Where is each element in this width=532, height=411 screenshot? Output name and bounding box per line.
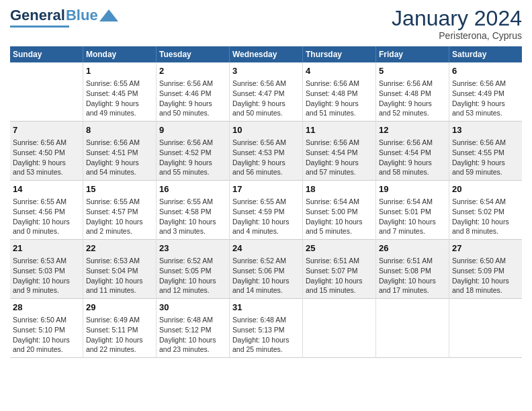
day-cell: 12Sunrise: 6:56 AMSunset: 4:54 PMDayligh… [376, 122, 449, 181]
day-info: Sunrise: 6:50 AM [452, 256, 519, 266]
col-tuesday: Tuesday [156, 46, 229, 62]
day-info: Sunrise: 6:48 AM [159, 315, 226, 325]
day-info: Daylight: 9 hours [86, 158, 153, 168]
day-info: Daylight: 10 hours [13, 217, 80, 227]
day-cell: 27Sunrise: 6:50 AMSunset: 5:09 PMDayligh… [449, 240, 522, 299]
day-info: Daylight: 9 hours [452, 99, 519, 109]
day-info: Sunset: 4:51 PM [86, 148, 153, 158]
day-info: Sunset: 4:45 PM [86, 89, 153, 99]
day-info: Sunrise: 6:56 AM [379, 138, 446, 148]
day-cell: 22Sunrise: 6:53 AMSunset: 5:04 PMDayligh… [83, 240, 156, 299]
logo-icon [99, 9, 118, 21]
day-info: Daylight: 9 hours [159, 99, 226, 109]
day-info: Sunset: 4:54 PM [306, 148, 373, 158]
day-info: Sunrise: 6:56 AM [232, 79, 300, 89]
day-cell: 11Sunrise: 6:56 AMSunset: 4:54 PMDayligh… [302, 122, 375, 181]
day-info: Daylight: 10 hours [379, 276, 446, 286]
day-info: Sunset: 4:57 PM [86, 207, 153, 217]
day-number: 21 [13, 242, 80, 255]
day-number: 5 [379, 65, 446, 77]
day-info: Sunset: 5:12 PM [159, 325, 226, 335]
day-info: and 55 minutes. [159, 167, 226, 177]
day-info: Sunrise: 6:55 AM [13, 197, 80, 207]
day-info: Sunset: 5:01 PM [379, 207, 446, 217]
day-info: Sunset: 5:08 PM [379, 266, 446, 276]
day-cell: 18Sunrise: 6:54 AMSunset: 5:00 PMDayligh… [302, 181, 375, 240]
day-number: 16 [159, 183, 226, 195]
day-cell: 13Sunrise: 6:56 AMSunset: 4:55 PMDayligh… [449, 122, 522, 181]
day-info: Daylight: 10 hours [86, 276, 153, 286]
day-info: Sunset: 4:48 PM [379, 89, 446, 99]
logo-blue: Blue [66, 7, 98, 24]
day-info: Sunset: 5:00 PM [306, 207, 373, 217]
day-info: Sunrise: 6:56 AM [86, 138, 153, 148]
day-info: and 8 minutes. [452, 226, 519, 236]
day-info: and 23 minutes. [159, 345, 226, 355]
day-info: Sunset: 4:48 PM [306, 89, 373, 99]
day-info: Daylight: 10 hours [306, 276, 373, 286]
day-info: Daylight: 9 hours [86, 99, 153, 109]
day-info: and 58 minutes. [379, 167, 446, 177]
header-row: Sunday Monday Tuesday Wednesday Thursday… [10, 46, 522, 62]
day-cell: 8Sunrise: 6:56 AMSunset: 4:51 PMDaylight… [83, 122, 156, 181]
day-cell: 3Sunrise: 6:56 AMSunset: 4:47 PMDaylight… [229, 62, 302, 121]
day-number: 22 [86, 242, 153, 255]
day-info: Daylight: 9 hours [13, 158, 80, 168]
day-number: 1 [86, 65, 153, 77]
day-info: Sunrise: 6:53 AM [13, 256, 80, 266]
day-info: Sunrise: 6:56 AM [306, 79, 373, 89]
day-info: and 14 minutes. [232, 285, 300, 295]
day-info: and 11 minutes. [86, 285, 153, 295]
day-info: Sunrise: 6:50 AM [13, 315, 80, 325]
day-cell: 25Sunrise: 6:51 AMSunset: 5:07 PMDayligh… [302, 240, 375, 299]
day-info: Sunrise: 6:53 AM [86, 256, 153, 266]
day-info: Sunrise: 6:52 AM [159, 256, 226, 266]
week-row-4: 28Sunrise: 6:50 AMSunset: 5:10 PMDayligh… [10, 298, 522, 357]
day-info: Daylight: 9 hours [306, 99, 373, 109]
day-info: Daylight: 10 hours [86, 217, 153, 227]
day-info: Sunset: 4:46 PM [159, 89, 226, 99]
col-wednesday: Wednesday [229, 46, 302, 62]
calendar-table: Sunday Monday Tuesday Wednesday Thursday… [10, 46, 522, 358]
day-info: and 50 minutes. [159, 108, 226, 118]
day-info: Sunset: 4:53 PM [232, 148, 300, 158]
day-info: and 2 minutes. [86, 226, 153, 236]
day-number: 17 [232, 183, 300, 195]
day-info: Daylight: 9 hours [232, 99, 300, 109]
day-info: Daylight: 10 hours [452, 217, 519, 227]
calendar-container: General Blue January 2024 Peristerona, C… [0, 0, 532, 365]
day-info: Daylight: 10 hours [452, 276, 519, 286]
day-cell: 28Sunrise: 6:50 AMSunset: 5:10 PMDayligh… [10, 298, 83, 357]
day-number: 13 [452, 124, 519, 136]
day-info: Sunset: 4:56 PM [13, 207, 80, 217]
day-info: Sunrise: 6:56 AM [452, 138, 519, 148]
day-info: and 5 minutes. [306, 226, 373, 236]
day-info: Daylight: 9 hours [452, 158, 519, 168]
day-cell: 17Sunrise: 6:55 AMSunset: 4:59 PMDayligh… [229, 181, 302, 240]
day-cell: 31Sunrise: 6:48 AMSunset: 5:13 PMDayligh… [229, 298, 302, 357]
day-info: Daylight: 10 hours [159, 335, 226, 345]
day-info: Sunrise: 6:54 AM [306, 197, 373, 207]
day-info: Sunrise: 6:56 AM [379, 79, 446, 89]
day-number: 14 [13, 183, 80, 195]
day-number: 28 [13, 302, 80, 314]
col-saturday: Saturday [449, 46, 522, 62]
day-info: Sunset: 5:10 PM [13, 325, 80, 335]
day-info: and 53 minutes. [13, 167, 80, 177]
day-cell: 2Sunrise: 6:56 AMSunset: 4:46 PMDaylight… [156, 62, 229, 121]
day-info: Daylight: 9 hours [159, 158, 226, 168]
day-cell: 21Sunrise: 6:53 AMSunset: 5:03 PMDayligh… [10, 240, 83, 299]
subtitle: Peristerona, Cyprus [392, 30, 522, 41]
day-info: and 52 minutes. [379, 108, 446, 118]
day-info: and 22 minutes. [86, 345, 153, 355]
day-info: Sunset: 5:07 PM [306, 266, 373, 276]
day-info: Sunset: 5:11 PM [86, 325, 153, 335]
day-info: Sunrise: 6:51 AM [306, 256, 373, 266]
day-cell: 20Sunrise: 6:54 AMSunset: 5:02 PMDayligh… [449, 181, 522, 240]
day-number: 19 [379, 183, 446, 195]
day-cell: 19Sunrise: 6:54 AMSunset: 5:01 PMDayligh… [376, 181, 449, 240]
day-info: Sunset: 4:50 PM [13, 148, 80, 158]
day-info: Sunset: 4:52 PM [159, 148, 226, 158]
day-cell: 5Sunrise: 6:56 AMSunset: 4:48 PMDaylight… [376, 62, 449, 121]
day-info: Sunset: 4:58 PM [159, 207, 226, 217]
